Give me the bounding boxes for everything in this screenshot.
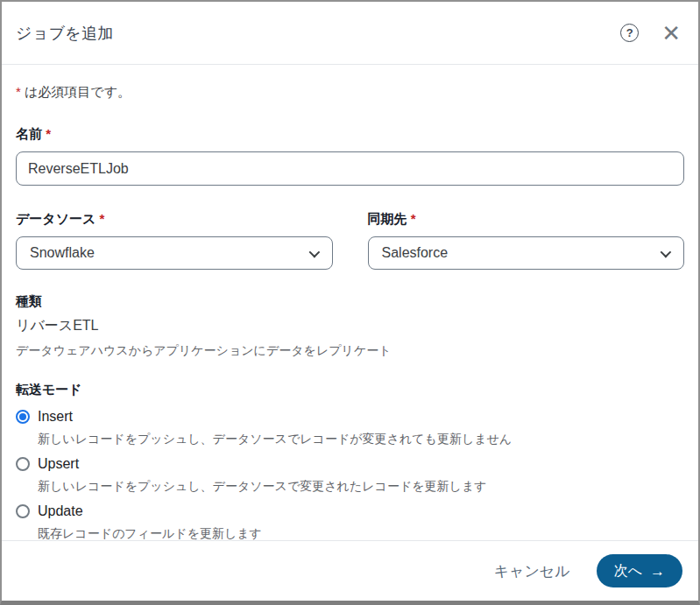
radio-label-update: Update [38, 503, 83, 519]
transfer-mode-option-upsert: Upsert 新しいレコードをプッシュし、データソースで変更されたレコードを更新… [16, 456, 684, 495]
destination-label-text: 同期先 [368, 211, 407, 226]
name-label: 名前 * [16, 126, 684, 143]
transfer-mode-option-insert: Insert 新しいレコードをプッシュし、データソースでレコードが変更されても更… [16, 409, 684, 447]
dialog-title: ジョブを追加 [16, 23, 620, 44]
dialog-header: ジョブを追加 ? ✕ [2, 2, 698, 64]
next-button[interactable]: 次へ → [597, 554, 682, 587]
type-description: データウェアハウスからアプリケーションにデータをレプリケート [16, 343, 684, 359]
cancel-button[interactable]: キャンセル [494, 561, 570, 581]
destination-select[interactable]: Salesforce [368, 236, 685, 270]
type-section: 種類 リバースETL データウェアハウスからアプリケーションにデータをレプリケー… [16, 293, 684, 359]
help-icon[interactable]: ? [620, 24, 639, 42]
destination-required-asterisk: * [411, 211, 416, 226]
required-note-text: は必須項目です。 [25, 84, 131, 99]
radio-description-insert: 新しいレコードをプッシュし、データソースでレコードが変更されても更新しません [38, 432, 684, 447]
transfer-mode-section: 転送モード Insert 新しいレコードをプッシュし、データソースでレコードが変… [16, 382, 684, 540]
source-select[interactable]: Snowflake [16, 236, 333, 270]
source-field-group: データソース * Snowflake [16, 211, 333, 270]
destination-label: 同期先 * [368, 211, 685, 228]
radio-label-insert: Insert [38, 409, 73, 425]
header-icons: ? ✕ [620, 22, 681, 45]
source-label-text: データソース [16, 211, 95, 226]
required-asterisk: * [16, 84, 21, 99]
radio-row-insert[interactable]: Insert [16, 409, 684, 425]
transfer-mode-option-update: Update 既存レコードのフィールドを更新します [16, 503, 684, 540]
next-button-label: 次へ [614, 562, 642, 580]
arrow-right-icon: → [650, 564, 665, 579]
radio-button-update[interactable] [16, 504, 30, 518]
dialog-footer: キャンセル 次へ → [2, 540, 698, 601]
destination-field-group: 同期先 * Salesforce [368, 211, 685, 270]
close-icon[interactable]: ✕ [661, 22, 681, 45]
destination-select-value: Salesforce [382, 245, 449, 261]
radio-button-upsert[interactable] [16, 457, 30, 471]
radio-row-update[interactable]: Update [16, 503, 684, 519]
type-label: 種類 [16, 293, 684, 310]
radio-row-upsert[interactable]: Upsert [16, 456, 684, 472]
name-field-group: 名前 * [16, 126, 684, 186]
radio-button-insert[interactable] [16, 410, 30, 424]
required-note: * は必須項目です。 [16, 84, 684, 101]
radio-label-upsert: Upsert [38, 456, 79, 472]
radio-description-update: 既存レコードのフィールドを更新します [38, 526, 684, 540]
radio-description-upsert: 新しいレコードをプッシュし、データソースで変更されたレコードを更新します [38, 479, 684, 495]
source-destination-row: データソース * Snowflake 同期先 * Salesforce [16, 211, 684, 270]
chevron-down-icon [308, 246, 320, 257]
chevron-down-icon [661, 246, 672, 257]
name-input[interactable] [16, 151, 684, 186]
source-select-value: Snowflake [30, 245, 95, 261]
source-required-asterisk: * [100, 211, 105, 226]
name-required-asterisk: * [46, 126, 51, 141]
source-label: データソース * [16, 211, 333, 228]
add-job-dialog: ジョブを追加 ? ✕ * は必須項目です。 名前 * データソース * [0, 0, 700, 605]
transfer-mode-label: 転送モード [16, 382, 684, 398]
type-value: リバースETL [16, 317, 684, 335]
name-label-text: 名前 [16, 126, 42, 141]
dialog-body: * は必須項目です。 名前 * データソース * Snowflake [2, 65, 698, 540]
